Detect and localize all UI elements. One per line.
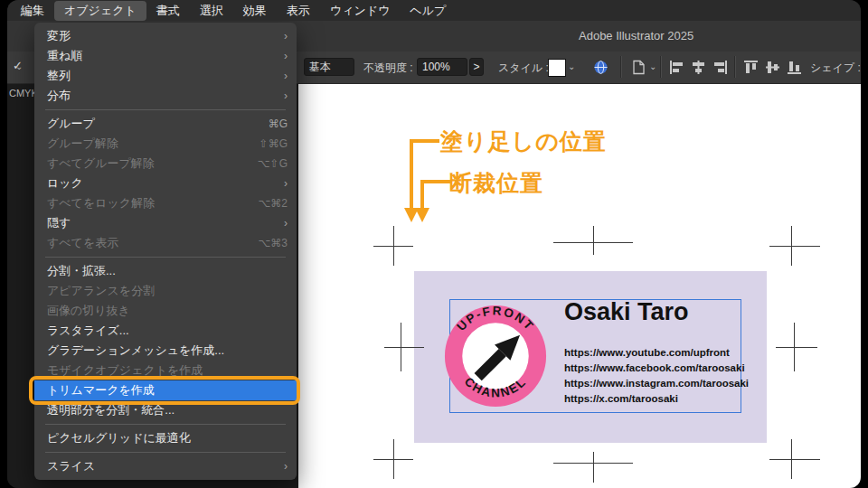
shortcut-label: ⌥⌘3 — [258, 237, 288, 249]
menu-item-arrange[interactable]: 重ね順› — [34, 46, 297, 66]
menu-item-rasterize[interactable]: ラスタライズ... — [34, 321, 297, 341]
menubar-item-object[interactable]: オブジェクト — [54, 1, 146, 21]
bleed-position-callout: 塗り足しの位置 — [440, 127, 607, 156]
menubar-item-effect[interactable]: 効果 — [233, 1, 277, 21]
align-right-icon[interactable] — [712, 60, 728, 75]
toolbar-divider — [660, 56, 662, 78]
menu-bar: 編集 オブジェクト 書式 選択 効果 表示 ウィンドウ ヘルプ — [7, 0, 861, 21]
card-url: https://www.facebook.com/taroosaki — [564, 361, 749, 376]
menu-item-distribute[interactable]: 分布› — [34, 86, 297, 106]
align-bottom-icon[interactable] — [787, 60, 802, 75]
submenu-arrow-icon: › — [284, 460, 288, 473]
opacity-label: 不透明度 : — [363, 61, 413, 76]
shortcut-label: ⌥⇧G — [258, 157, 288, 170]
shortcut-label: ⇧⌘G — [259, 137, 288, 150]
publish-globe-icon[interactable] — [593, 60, 609, 75]
more-icon: > — [473, 61, 479, 73]
shortcut-label: ⌥⌘2 — [258, 197, 288, 210]
menubar-item-edit[interactable]: 編集 — [11, 1, 54, 21]
chevron-down-icon[interactable]: ⌄ — [568, 61, 575, 71]
submenu-arrow-icon: › — [284, 50, 288, 62]
align-left-icon[interactable] — [669, 60, 684, 75]
opacity-input[interactable]: 100% — [417, 58, 467, 76]
menu-item-slice[interactable]: スライス› — [34, 456, 297, 476]
card-name: Osaki Taro — [564, 298, 689, 326]
opacity-options-button[interactable]: > — [469, 58, 484, 76]
submenu-arrow-icon: › — [284, 30, 288, 42]
menu-item-group[interactable]: グループ⌘G — [34, 114, 297, 134]
menu-item-transform[interactable]: 変形› — [34, 26, 297, 46]
business-card-bleed-area[interactable]: UP-FRONT CHANNEL Osaki Taro https://www.… — [414, 271, 767, 443]
menubar-item-view[interactable]: 表示 — [277, 1, 320, 21]
menu-item-flatten-transparency[interactable]: 透明部分を分割・統合... — [34, 400, 297, 420]
chevron-down-icon[interactable]: ⌄ — [649, 61, 656, 71]
menu-item-show-all: すべてを表示⌥⌘3 — [34, 233, 297, 253]
chevron-down-icon: ⌄ — [309, 62, 316, 72]
submenu-arrow-icon: › — [284, 177, 288, 190]
style-swatch[interactable] — [548, 59, 566, 77]
menu-item-ungroup: グループ解除⇧⌘G — [34, 134, 297, 154]
menu-separator — [45, 452, 286, 453]
style-label: スタイル : — [498, 61, 549, 76]
menu-separator — [45, 109, 286, 110]
menu-item-create-trim-marks[interactable]: トリムマークを作成 — [34, 380, 297, 400]
menu-item-make-pixel-perfect[interactable]: ピクセルグリッドに最適化 — [34, 428, 297, 448]
menu-item-lock[interactable]: ロック› — [34, 174, 297, 193]
menu-separator — [45, 257, 286, 258]
check-icon: ✓ — [13, 59, 23, 72]
menubar-item-select[interactable]: 選択 — [190, 1, 233, 21]
card-url-list: https://www.youtube.com/upfront https://… — [564, 345, 749, 407]
selection-check-icon[interactable]: ✓⌄ — [13, 59, 23, 72]
menu-item-crop-image: 画像の切り抜き — [34, 301, 297, 321]
menu-item-expand-appearance: アピアランスを分割 — [34, 281, 297, 301]
menu-item-unlock-all: すべてをロック解除⌥⌘2 — [34, 193, 297, 213]
menu-separator — [45, 424, 286, 425]
toolbar-divider — [734, 56, 736, 78]
up-front-channel-logo: UP-FRONT CHANNEL — [443, 304, 548, 408]
align-top-icon[interactable] — [743, 60, 759, 75]
shortcut-label: ⌘G — [269, 117, 288, 130]
menubar-item-help[interactable]: ヘルプ — [400, 1, 456, 21]
menu-item-ungroup-all: すべてグループ解除⌥⇧G — [34, 154, 297, 174]
toolbar-divider — [620, 56, 622, 78]
menubar-item-window[interactable]: ウィンドウ — [320, 1, 401, 21]
menu-item-create-gradient-mesh[interactable]: グラデーションメッシュを作成... — [34, 341, 297, 361]
shape-label: シェイプ : — [810, 61, 861, 76]
align-center-horizontal-icon[interactable] — [691, 60, 706, 75]
appearance-preset-select[interactable]: 基本 ⌄ — [304, 58, 354, 76]
illustrator-window: 編集 オブジェクト 書式 選択 効果 表示 ウィンドウ ヘルプ Adobe Il… — [7, 0, 861, 488]
card-url: https://www.youtube.com/upfront — [564, 345, 749, 361]
submenu-arrow-icon: › — [284, 89, 288, 102]
opacity-value: 100% — [422, 61, 450, 73]
menubar-item-type[interactable]: 書式 — [146, 1, 190, 21]
align-middle-vertical-icon[interactable] — [765, 60, 780, 75]
menu-item-expand[interactable]: 分割・拡張... — [34, 261, 297, 281]
menu-item-align[interactable]: 整列› — [34, 66, 297, 86]
new-document-icon[interactable] — [631, 60, 646, 75]
app-title: Adobe Illustrator 2025 — [579, 29, 693, 42]
card-url: https://www.instagram.com/taroosaki — [564, 376, 749, 391]
menu-item-create-object-mosaic: モザイクオブジェクトを作成 — [34, 361, 297, 380]
submenu-arrow-icon: › — [284, 70, 288, 82]
trim-position-callout: 断裁位置 — [449, 168, 543, 198]
menu-item-hide[interactable]: 隠す› — [34, 213, 297, 233]
submenu-arrow-icon: › — [284, 217, 288, 230]
object-menu-dropdown: 変形› 重ね順› 整列› 分布› グループ⌘G グループ解除⇧⌘G すべてグルー… — [34, 23, 297, 480]
card-url: https://x.com/taroosaki — [564, 391, 749, 407]
